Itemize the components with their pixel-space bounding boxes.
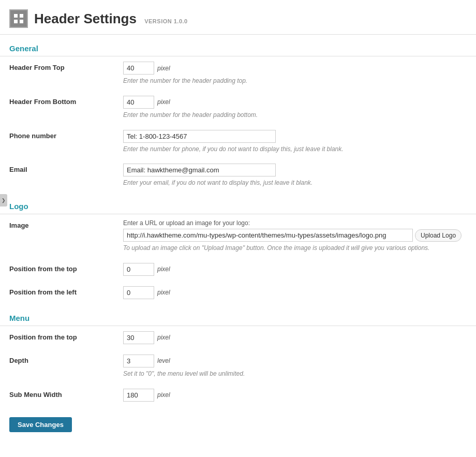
- sub-menu-width-unit: pixel: [157, 391, 170, 399]
- menu-section-title: Menu: [0, 304, 476, 326]
- menu-position-top-field: pixel: [114, 326, 476, 349]
- header-from-top-field: pixel Enter the number for the header pa…: [114, 56, 476, 91]
- logo-position-left-input[interactable]: [123, 286, 154, 299]
- upload-logo-button[interactable]: Upload Logo: [415, 229, 462, 242]
- logo-url-input[interactable]: [123, 229, 413, 242]
- collapse-arrow[interactable]: [0, 194, 7, 207]
- header-from-top-unit: pixel: [157, 65, 170, 72]
- menu-depth-row: Depth level Set it to "0", the menu leve…: [0, 349, 476, 384]
- logo-position-top-input[interactable]: [123, 263, 154, 276]
- general-form-table: Header From Top pixel Enter the number f…: [0, 56, 476, 193]
- menu-depth-unit: level: [157, 357, 170, 364]
- title-text: Header Settings: [34, 11, 137, 26]
- logo-upload-help: To upload an image click on "Upload Imag…: [123, 244, 467, 253]
- logo-position-top-unit: pixel: [157, 266, 170, 273]
- logo-position-top-input-row: pixel: [123, 263, 467, 276]
- email-input[interactable]: [123, 164, 276, 176]
- page-title: Header Settings VERSION 1.0.0: [34, 11, 188, 27]
- svg-rect-1: [20, 14, 23, 18]
- logo-position-left-row: Position from the left pixel: [0, 281, 476, 304]
- phone-number-label: Phone number: [0, 125, 114, 159]
- logo-upload-row: Upload Logo: [123, 229, 467, 242]
- header-from-bottom-input[interactable]: [123, 96, 154, 109]
- header-from-bottom-label: Header From Bottom: [0, 91, 114, 125]
- sub-menu-width-label: Sub Menu Width: [0, 384, 114, 407]
- header-from-top-row: Header From Top pixel Enter the number f…: [0, 56, 476, 91]
- menu-depth-input-row: level: [123, 355, 467, 367]
- settings-page: Header Settings VERSION 1.0.0 General He…: [0, 0, 476, 457]
- logo-position-top-row: Position from the top pixel: [0, 258, 476, 281]
- svg-rect-3: [20, 20, 23, 23]
- header-from-bottom-help: Enter the number for the header padding …: [123, 111, 467, 120]
- header-from-top-input[interactable]: [123, 62, 154, 75]
- header-from-bottom-row: Header From Bottom pixel Enter the numbe…: [0, 91, 476, 125]
- logo-form-table: Image Enter a URL or upload an image for…: [0, 214, 476, 304]
- email-field: Enter your email, if you do not want to …: [114, 158, 476, 193]
- logo-image-label: Image: [0, 214, 114, 258]
- menu-form-table: Position from the top pixel Depth level …: [0, 326, 476, 407]
- logo-position-left-label: Position from the left: [0, 281, 114, 304]
- logo-upload-label: Enter a URL or upload an image for your …: [123, 219, 467, 227]
- svg-rect-0: [14, 14, 18, 18]
- logo-position-top-field: pixel: [114, 258, 476, 281]
- sub-menu-width-field: pixel: [114, 384, 476, 407]
- sub-menu-width-input[interactable]: [123, 389, 154, 402]
- general-section-title: General: [0, 35, 476, 56]
- menu-depth-input[interactable]: [123, 355, 154, 367]
- menu-position-top-input[interactable]: [123, 331, 154, 344]
- sub-menu-width-input-row: pixel: [123, 389, 467, 402]
- phone-number-input[interactable]: [123, 130, 276, 143]
- version-label: VERSION 1.0.0: [144, 18, 188, 24]
- logo-position-left-input-row: pixel: [123, 286, 467, 299]
- svg-rect-2: [14, 20, 18, 23]
- menu-position-top-label: Position from the top: [0, 326, 114, 349]
- phone-number-field: Enter the number for phone, if you do no…: [114, 125, 476, 159]
- logo-position-left-field: pixel: [114, 281, 476, 304]
- logo-image-row: Image Enter a URL or upload an image for…: [0, 214, 476, 258]
- header-from-top-help: Enter the number for the header padding …: [123, 77, 467, 85]
- email-help: Enter your email, if you do not want to …: [123, 179, 467, 187]
- phone-number-help: Enter the number for phone, if you do no…: [123, 145, 467, 154]
- header-from-top-label: Header From Top: [0, 56, 114, 91]
- email-row: Email Enter your email, if you do not wa…: [0, 158, 476, 193]
- menu-depth-help: Set it to "0", the menu level will be un…: [123, 370, 467, 378]
- menu-position-top-row: Position from the top pixel: [0, 326, 476, 349]
- save-changes-button[interactable]: Save Changes: [9, 417, 72, 432]
- header-from-bottom-field: pixel Enter the number for the header pa…: [114, 91, 476, 125]
- logo-section-title: Logo: [0, 193, 476, 214]
- menu-position-top-unit: pixel: [157, 334, 170, 341]
- logo-position-left-unit: pixel: [157, 289, 170, 296]
- logo-position-top-label: Position from the top: [0, 258, 114, 281]
- menu-depth-field: level Set it to "0", the menu level will…: [114, 349, 476, 384]
- logo-image-field: Enter a URL or upload an image for your …: [114, 214, 476, 258]
- email-label: Email: [0, 158, 114, 193]
- sub-menu-width-row: Sub Menu Width pixel: [0, 384, 476, 407]
- phone-number-row: Phone number Enter the number for phone,…: [0, 125, 476, 159]
- header-from-bottom-input-row: pixel: [123, 96, 467, 109]
- header-from-bottom-unit: pixel: [157, 98, 170, 106]
- menu-depth-label: Depth: [0, 349, 114, 384]
- header-from-top-input-row: pixel: [123, 62, 467, 75]
- page-header: Header Settings VERSION 1.0.0: [0, 0, 476, 35]
- menu-position-top-input-row: pixel: [123, 331, 467, 344]
- plugin-icon: [9, 9, 28, 28]
